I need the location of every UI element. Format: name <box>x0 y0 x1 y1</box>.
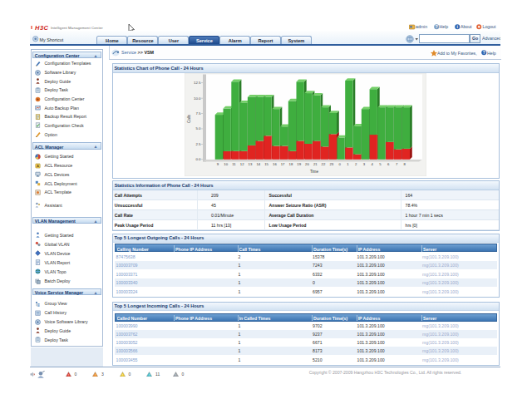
svg-text:21: 21 <box>313 162 317 166</box>
svg-text:15: 15 <box>264 162 268 166</box>
svg-text:0.0: 0.0 <box>195 157 201 161</box>
svg-text:16: 16 <box>273 162 277 166</box>
svg-text:12: 12 <box>239 162 244 166</box>
svg-text:?: ? <box>435 24 437 29</box>
svg-text:!: ! <box>121 373 122 377</box>
svg-text:13: 13 <box>248 162 252 166</box>
svg-text:10: 10 <box>224 162 228 166</box>
svg-text:19: 19 <box>297 162 301 166</box>
svg-text:12.5: 12.5 <box>193 81 200 85</box>
svg-text:20: 20 <box>305 162 309 166</box>
svg-text:!: ! <box>67 373 68 377</box>
svg-text:Calls: Calls <box>186 114 190 123</box>
svg-text:?: ? <box>482 50 485 55</box>
svg-text:Time: Time <box>309 169 318 173</box>
svg-text:23: 23 <box>329 162 333 166</box>
svg-text:10.0: 10.0 <box>193 96 200 100</box>
svg-text:14: 14 <box>256 162 260 166</box>
svg-text:!: ! <box>149 373 150 377</box>
svg-text:!: ! <box>95 373 96 377</box>
svg-text:2.5: 2.5 <box>195 141 201 145</box>
svg-text:22: 22 <box>321 162 325 166</box>
svg-text:17: 17 <box>280 162 284 166</box>
svg-text:!: ! <box>175 373 175 377</box>
svg-text:18: 18 <box>288 162 293 166</box>
svg-text:5.0: 5.0 <box>195 126 201 131</box>
svg-text:7.5: 7.5 <box>195 111 201 115</box>
svg-text:11: 11 <box>232 162 236 166</box>
